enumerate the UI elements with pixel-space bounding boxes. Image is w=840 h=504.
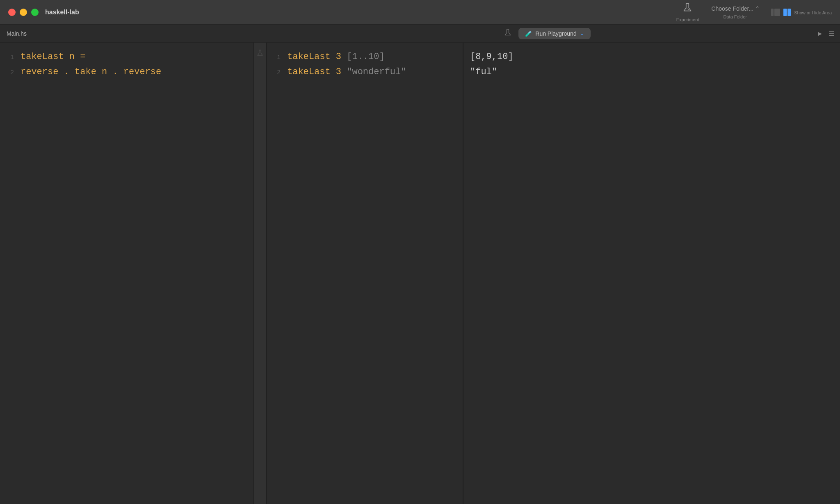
line-number-1: 1 (0, 54, 21, 61)
playground-code-text-2a: takeLast 3 (287, 67, 347, 77)
results-panel: [8,9,10] "ful" (463, 43, 840, 504)
traffic-lights (8, 9, 39, 16)
show-hide-label: Show or Hide Area (794, 10, 832, 15)
run-playground-label: Run Playground (535, 30, 576, 37)
sidebar-toggle[interactable]: ☰ (827, 28, 836, 39)
svg-point-1 (687, 8, 687, 9)
editor-line-1: 1 takeLast n = (0, 49, 253, 64)
editor-code-2: reverse . take n . reverse (21, 65, 161, 79)
playground-line-number-2: 2 (267, 69, 287, 76)
split-panel-toggle[interactable] (783, 8, 791, 17)
tabbar-controls: ▶ ☰ (816, 28, 836, 39)
panel-divider (254, 43, 267, 504)
playground-panel: 1 takeLast 3 [1..10] 2 takeLast 3 "wonde… (267, 43, 463, 504)
titlebar-actions: Experiment Choose Folder... ⌃ Data Folde… (676, 2, 832, 22)
fullscreen-button[interactable] (31, 9, 39, 16)
titlebar: haskell-lab Experiment Choose Folder... … (0, 0, 840, 25)
editor-line-2: 2 reverse . take n . reverse (0, 64, 253, 79)
run-playground-button[interactable]: 🧪 Run Playground ⌄ (518, 28, 590, 39)
data-folder-action[interactable]: Choose Folder... ⌃ Data Folder (711, 5, 759, 19)
playground-code-area: 1 takeLast 3 [1..10] 2 takeLast 3 "wonde… (267, 49, 463, 79)
playground-line-2: 2 takeLast 3 "wonderful" (267, 64, 463, 79)
result-value-2: "ful" (463, 65, 497, 79)
editor-code-area: 1 takeLast n = 2 reverse . take n . reve… (0, 49, 253, 79)
svg-point-2 (688, 9, 689, 10)
run-chevron-icon: ⌄ (580, 31, 584, 36)
tab-filename: Main.hs (7, 30, 27, 37)
chevron-icon: ⌃ (756, 5, 759, 11)
experiment-action[interactable]: Experiment (676, 2, 699, 22)
editor-panel: 1 takeLast n = 2 reverse . take n . reve… (0, 43, 254, 504)
main-content: 1 takeLast n = 2 reverse . take n . reve… (0, 43, 840, 504)
tabbar: Main.hs 🧪 Run Playground ⌄ ▶ ☰ (0, 25, 840, 43)
play-button[interactable]: ▶ (816, 28, 824, 39)
choose-folder-label: Choose Folder... (711, 5, 753, 12)
result-line-2: "ful" (463, 64, 840, 79)
minimize-button[interactable] (20, 9, 27, 16)
playground-input-2: takeLast 3 "wonderful" (287, 65, 406, 79)
app-title: haskell-lab (45, 9, 79, 16)
playground-code-text-2b: "wonderful" (347, 67, 406, 77)
playground-code-text-1a: takeLast 3 (287, 52, 347, 62)
run-icon: 🧪 (525, 30, 532, 37)
experiment-label: Experiment (676, 17, 699, 22)
data-folder-label: Data Folder (724, 14, 747, 19)
playground-code-text-1b: [1..10] (347, 52, 384, 62)
playground-input-1: takeLast 3 [1..10] (287, 50, 385, 64)
results-code-area: [8,9,10] "ful" (463, 49, 840, 79)
close-button[interactable] (8, 9, 16, 16)
editor-tab[interactable]: Main.hs (0, 25, 254, 42)
playground-tab-area: 🧪 Run Playground ⌄ (254, 25, 840, 42)
left-panel-toggle[interactable] (771, 8, 780, 17)
panel-divider-beaker-icon (256, 49, 264, 59)
playground-line-number-1: 1 (267, 54, 287, 61)
line-number-2: 2 (0, 69, 21, 76)
beaker-icon (682, 2, 693, 16)
playground-beaker-icon (504, 28, 512, 39)
panel-layout-controls: Show or Hide Area (771, 8, 832, 17)
three-panel-toggle[interactable]: Show or Hide Area (794, 8, 832, 17)
result-line-1: [8,9,10] (463, 49, 840, 64)
editor-code-1: takeLast n = (21, 50, 85, 64)
playground-line-1: 1 takeLast 3 [1..10] (267, 49, 463, 64)
result-value-1: [8,9,10] (463, 50, 514, 64)
